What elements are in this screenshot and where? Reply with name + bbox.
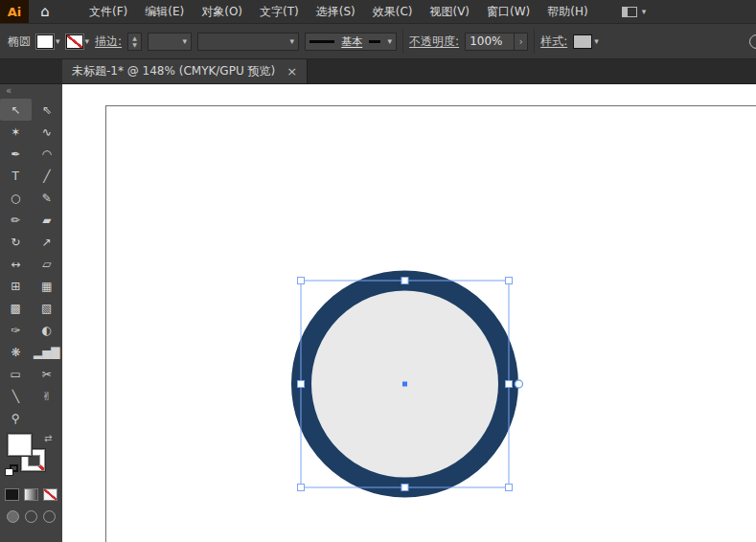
pen-tool-icon: ✒ [11, 147, 20, 161]
gradient-tool-icon: ▧ [41, 302, 52, 315]
menu-file[interactable]: 文件(F) [80, 0, 136, 23]
menu-view[interactable]: 视图(V) [421, 0, 478, 23]
handle-bottom-center[interactable] [401, 485, 408, 491]
gradient-tool[interactable]: ▧ [32, 297, 63, 319]
draw-behind-button[interactable] [25, 510, 37, 523]
handle-top-right[interactable] [506, 278, 513, 284]
type-tool[interactable]: T [0, 165, 32, 187]
color-button[interactable] [5, 488, 19, 501]
stroke-weight-combo[interactable]: ▾ [148, 33, 192, 51]
blend-tool[interactable]: ◐ [32, 319, 63, 341]
fill-indicator[interactable] [8, 434, 32, 456]
collapse-panel-icon[interactable]: « [0, 84, 62, 99]
opacity-flyout-button[interactable]: › [515, 33, 528, 51]
symbol-sprayer-tool[interactable]: ❋ [0, 341, 32, 363]
menu-effect[interactable]: 效果(C) [364, 0, 422, 23]
magic-wand-tool[interactable]: ✶ [0, 121, 32, 143]
handle-bottom-left[interactable] [298, 485, 305, 491]
stroke-panel-link[interactable]: 描边: [95, 34, 122, 50]
rotate-tool[interactable]: ↻ [0, 231, 32, 253]
rotate-tool-icon: ↻ [11, 236, 20, 249]
stroke-profile-combo[interactable]: 基本 ▾ [305, 33, 397, 51]
none-button[interactable] [43, 488, 57, 501]
curvature-tool-icon: ◠ [42, 147, 52, 161]
opacity-value: 100% [470, 34, 502, 48]
selection-tool[interactable]: ↖ [0, 99, 32, 121]
graphic-style-swatch [573, 34, 592, 49]
hand-tool[interactable]: ✌ [32, 385, 63, 407]
draw-inside-button[interactable] [43, 510, 56, 523]
zoom-tool-icon: ⚲ [11, 412, 20, 425]
stroke-color-dropdown[interactable]: ▾ [66, 34, 90, 49]
drawing-mode-buttons [0, 510, 62, 523]
shape-builder-tool[interactable]: ⊞ [0, 275, 32, 297]
handle-bottom-right[interactable] [506, 485, 513, 491]
handle-middle-left[interactable] [298, 381, 305, 388]
home-icon[interactable]: ⌂ [29, 0, 61, 23]
curvature-tool[interactable]: ◠ [32, 143, 63, 165]
pencil-tool[interactable]: ✏ [0, 209, 32, 231]
mesh-tool[interactable]: ▩ [0, 297, 32, 319]
free-transform-tool-icon: ▱ [42, 258, 51, 271]
line-segment-tool[interactable]: ╱ [32, 165, 63, 187]
chevron-down-icon: ▾ [56, 36, 60, 46]
chevron-down-icon: ▾ [183, 36, 188, 46]
close-icon[interactable]: × [286, 65, 297, 78]
direct-selection-tool[interactable]: ⇖ [32, 99, 63, 121]
stroke-profile-line-icon [369, 40, 380, 43]
control-bar: 椭圆 ▾ ▾ 描边: ▲ ▼ ▾ ▾ 基本 ▾ 不透明度: 100% › 样式: [0, 23, 756, 59]
opacity-field[interactable]: 100% [465, 33, 515, 51]
eraser-tool[interactable]: ▰ [32, 209, 63, 231]
artboard-tool[interactable]: ▭ [0, 363, 32, 385]
scale-tool[interactable]: ↗ [32, 231, 63, 253]
width-tool[interactable]: ↔ [0, 253, 32, 275]
stroke-weight-stepper[interactable]: ▲ ▼ [127, 33, 142, 51]
document-tab[interactable]: 未标题-1* @ 148% (CMYK/GPU 预览) × [62, 59, 308, 83]
shape-builder-tool-icon: ⊞ [11, 280, 20, 293]
chevron-down-icon: ▾ [290, 36, 295, 46]
free-transform-tool[interactable]: ▱ [32, 253, 63, 275]
selection-center-point[interactable] [402, 382, 407, 387]
handle-top-left[interactable] [298, 278, 305, 284]
zoom-tool[interactable]: ⚲ [0, 407, 32, 429]
gradient-button[interactable] [24, 488, 38, 501]
magic-wand-tool-icon: ✶ [11, 125, 20, 139]
context-label: 椭圆 [8, 34, 31, 50]
eyedropper-tool[interactable]: ✑ [0, 319, 32, 341]
fill-stroke-indicator: ⇄ [0, 433, 62, 481]
lasso-tool[interactable]: ∿ [32, 121, 63, 143]
menu-object[interactable]: 对象(O) [193, 0, 251, 23]
slice-tool[interactable]: ✂ [32, 363, 63, 385]
menu-window[interactable]: 窗口(W) [478, 0, 538, 23]
graphic-style-dropdown[interactable]: ▾ [573, 34, 599, 49]
swap-fill-stroke-icon[interactable]: ⇄ [44, 433, 52, 443]
knife-tool[interactable]: ╲ [0, 385, 32, 407]
live-shape-widget[interactable] [515, 380, 523, 388]
menu-help[interactable]: 帮助(H) [538, 0, 596, 23]
menu-type[interactable]: 文字(T) [251, 0, 308, 23]
pen-tool[interactable]: ✒ [0, 143, 32, 165]
column-graph-tool[interactable]: ▂▅▇ [32, 341, 63, 363]
opacity-panel-link[interactable]: 不透明度: [409, 34, 459, 50]
canvas[interactable] [62, 84, 756, 542]
brush-definition-combo[interactable]: ▾ [197, 33, 299, 51]
draw-normal-button[interactable] [7, 510, 19, 523]
menu-select[interactable]: 选择(S) [308, 0, 364, 23]
chevron-down-icon: ▾ [642, 7, 647, 16]
default-fill-stroke-icon[interactable] [5, 464, 20, 478]
fill-color-dropdown[interactable]: ▾ [36, 34, 60, 49]
chevron-down-icon: ▾ [85, 36, 90, 46]
workspace-switcher[interactable]: ▾ [622, 7, 647, 17]
ellipse-tool[interactable]: ○ [0, 187, 32, 209]
paintbrush-tool[interactable]: ✎ [32, 187, 63, 209]
menu-items: 文件(F)编辑(E)对象(O)文字(T)选择(S)效果(C)视图(V)窗口(W)… [80, 0, 597, 23]
fill-type-buttons [0, 488, 62, 501]
handle-top-center[interactable] [401, 278, 408, 284]
control-bar-overflow-icon[interactable] [749, 34, 756, 49]
style-panel-link[interactable]: 样式: [540, 34, 567, 50]
menu-edit[interactable]: 编辑(E) [136, 0, 193, 23]
handle-middle-right[interactable] [506, 381, 513, 388]
perspective-grid-tool[interactable]: ▦ [32, 275, 63, 297]
mesh-tool-icon: ▩ [11, 302, 21, 315]
symbol-sprayer-tool-icon: ❋ [11, 346, 20, 359]
